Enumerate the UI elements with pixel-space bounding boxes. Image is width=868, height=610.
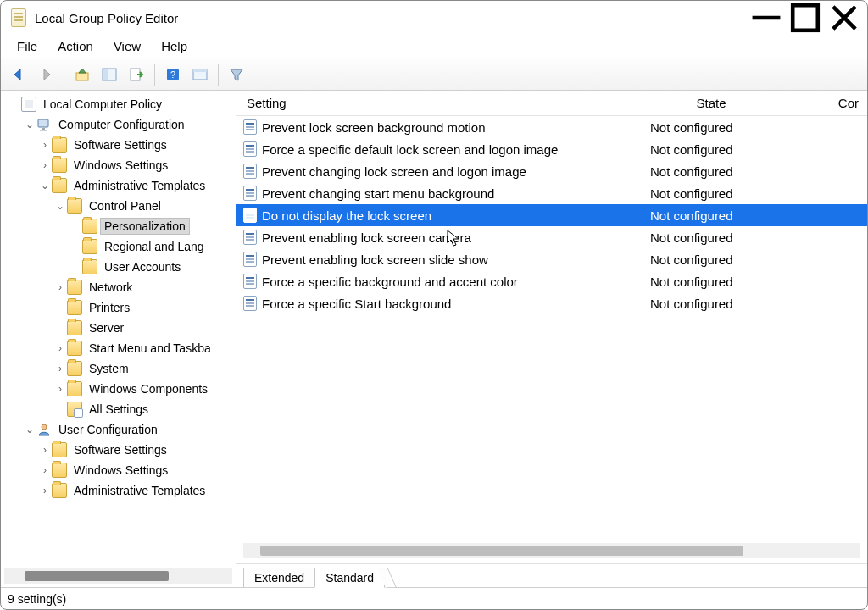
setting-name: Prevent enabling lock screen camera — [262, 230, 638, 245]
column-setting[interactable]: Setting — [236, 96, 635, 110]
tree-label: Local Computer Policy — [40, 97, 165, 112]
setting-row[interactable]: Prevent changing lock screen and logon i… — [236, 160, 867, 182]
chevron-right-icon[interactable]: › — [53, 383, 67, 395]
tree-uc-admin-templates[interactable]: › Administrative Templates — [1, 480, 236, 501]
chevron-down-icon[interactable]: ⌄ — [23, 424, 36, 435]
setting-row[interactable]: Force a specific Start background Not co… — [236, 292, 867, 314]
tree-server[interactable]: Server — [1, 318, 236, 338]
tree-software-settings[interactable]: › Software Settings — [1, 135, 236, 155]
folder-icon — [67, 280, 82, 295]
tree-label: Personalization — [101, 219, 189, 234]
chevron-right-icon[interactable]: › — [38, 485, 52, 496]
svg-rect-4 — [76, 73, 88, 80]
folder-icon — [82, 219, 97, 234]
tree-user-configuration[interactable]: ⌄ User Configuration — [1, 419, 236, 440]
setting-row[interactable]: Prevent enabling lock screen slide show … — [236, 248, 867, 270]
all-settings-icon — [67, 402, 82, 417]
tree-control-panel[interactable]: ⌄ Control Panel — [1, 196, 236, 216]
folder-icon — [52, 442, 67, 458]
tab-standard[interactable]: Standard — [314, 568, 385, 588]
tree-label: Software Settings — [70, 442, 170, 458]
setting-name: Do not display the lock screen — [262, 208, 638, 223]
setting-row-selected[interactable]: Do not display the lock screen Not confi… — [236, 204, 867, 226]
tree-windows-components[interactable]: › Windows Components — [1, 379, 236, 399]
menubar: File Action View Help — [1, 35, 867, 58]
tree-horizontal-scrollbar[interactable] — [4, 568, 232, 584]
scrollbar-thumb[interactable] — [260, 546, 743, 556]
tree-label: Software Settings — [70, 137, 170, 152]
chevron-down-icon[interactable]: ⌄ — [53, 200, 67, 212]
chevron-right-icon[interactable]: › — [38, 159, 52, 171]
policy-item-icon — [243, 164, 257, 179]
menu-action[interactable]: Action — [48, 37, 103, 55]
tree-uc-windows-settings[interactable]: › Windows Settings — [1, 460, 236, 480]
computer-icon — [36, 117, 52, 132]
chevron-right-icon[interactable]: › — [53, 342, 67, 354]
help-button[interactable]: ? — [160, 62, 186, 87]
scrollbar-thumb[interactable] — [25, 571, 169, 581]
policy-item-icon — [243, 252, 257, 267]
export-list-button[interactable] — [124, 62, 149, 87]
policy-item-icon — [243, 141, 257, 157]
close-button[interactable] — [825, 4, 864, 31]
tree-computer-configuration[interactable]: ⌄ Computer Configuration — [1, 114, 236, 135]
tree-label: Windows Components — [86, 381, 211, 396]
tree-personalization[interactable]: Personalization — [1, 216, 236, 236]
setting-row[interactable]: Prevent enabling lock screen camera Not … — [236, 226, 867, 248]
options-button[interactable] — [187, 62, 213, 87]
tree-label: All Settings — [86, 402, 152, 417]
forward-button[interactable] — [33, 62, 58, 87]
chevron-right-icon[interactable]: › — [38, 139, 52, 151]
setting-row[interactable]: Prevent changing start menu background N… — [236, 182, 867, 204]
tree-start-menu[interactable]: › Start Menu and Taskba — [1, 338, 236, 358]
tree-root[interactable]: Local Computer Policy — [1, 94, 236, 114]
main-split: Local Computer Policy ⌄ Computer Configu… — [1, 91, 867, 587]
chevron-right-icon[interactable]: › — [38, 464, 52, 476]
tab-extended[interactable]: Extended — [243, 568, 315, 587]
tree-user-accounts[interactable]: User Accounts — [1, 257, 236, 277]
status-text: 9 setting(s) — [8, 592, 66, 606]
chevron-down-icon[interactable]: ⌄ — [38, 180, 52, 191]
policy-tree[interactable]: Local Computer Policy ⌄ Computer Configu… — [1, 91, 236, 568]
setting-row[interactable]: Force a specific default lock screen and… — [236, 138, 867, 160]
setting-state: Not configured — [638, 230, 791, 245]
tree-regional-lang[interactable]: Regional and Lang — [1, 236, 236, 257]
statusbar: 9 setting(s) — [1, 587, 867, 609]
chevron-right-icon[interactable]: › — [38, 444, 52, 456]
setting-row[interactable]: Prevent lock screen background motion No… — [236, 116, 867, 138]
column-comment[interactable]: Cor — [787, 96, 867, 110]
menu-view[interactable]: View — [104, 37, 150, 55]
tree-all-settings[interactable]: All Settings — [1, 399, 236, 419]
show-hide-tree-button[interactable] — [97, 62, 122, 87]
column-state[interactable]: State — [635, 96, 787, 110]
policy-item-icon — [243, 296, 257, 311]
up-button[interactable] — [70, 62, 95, 87]
menu-file[interactable]: File — [8, 37, 47, 55]
folder-icon — [67, 341, 82, 356]
user-icon — [36, 422, 52, 437]
chevron-right-icon[interactable]: › — [53, 363, 67, 374]
settings-list[interactable]: Prevent lock screen background motion No… — [236, 116, 867, 543]
menu-help[interactable]: Help — [152, 37, 197, 55]
back-button[interactable] — [6, 62, 31, 87]
tree-label: Computer Configuration — [55, 117, 188, 132]
tree-network[interactable]: › Network — [1, 277, 236, 297]
chevron-down-icon[interactable]: ⌄ — [23, 119, 36, 130]
tree-windows-settings[interactable]: › Windows Settings — [1, 155, 236, 175]
tree-admin-templates[interactable]: ⌄ Administrative Templates — [1, 175, 236, 196]
setting-state: Not configured — [638, 120, 791, 135]
maximize-button[interactable] — [786, 4, 825, 31]
policy-item-icon — [243, 274, 257, 289]
tree-uc-software-settings[interactable]: › Software Settings — [1, 440, 236, 460]
filter-button[interactable] — [224, 62, 249, 87]
folder-icon — [52, 483, 67, 498]
list-horizontal-scrollbar[interactable] — [243, 543, 860, 558]
tree-system[interactable]: › System — [1, 358, 236, 379]
svg-rect-14 — [40, 130, 47, 131]
tree-printers[interactable]: Printers — [1, 297, 236, 318]
svg-rect-6 — [103, 69, 108, 80]
chevron-right-icon[interactable]: › — [53, 281, 67, 293]
minimize-button[interactable] — [747, 4, 786, 31]
setting-row[interactable]: Force a specific background and accent c… — [236, 270, 867, 292]
window-controls — [747, 4, 864, 31]
